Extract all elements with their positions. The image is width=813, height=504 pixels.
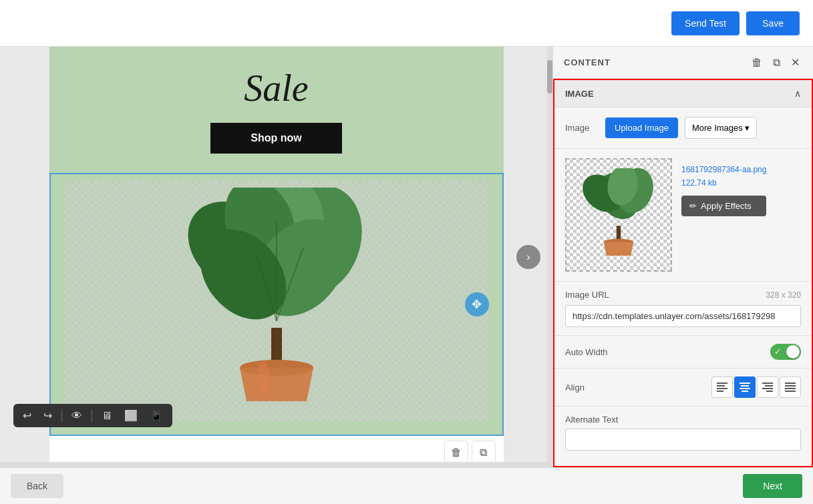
svg-rect-21	[717, 385, 725, 387]
image-section-header: IMAGE ∧	[554, 80, 812, 107]
align-center-button[interactable]	[734, 376, 756, 398]
image-url-row: Image URL 328 x 320	[554, 282, 812, 336]
image-url-label: Image URL	[565, 290, 609, 300]
auto-width-row: Auto Width ✓	[554, 336, 812, 368]
image-filename: 1681792987364-aa.png	[681, 165, 766, 174]
alt-text-row: Alternate Text	[554, 407, 812, 459]
align-left-icon	[717, 383, 727, 392]
save-button[interactable]: Save	[746, 11, 800, 35]
plant-image	[64, 181, 489, 421]
panel-copy-button[interactable]: ⧉	[770, 55, 783, 70]
undo-button[interactable]: ↩	[20, 408, 34, 423]
image-upload-row: Image Upload Image More Images ▾	[554, 107, 812, 149]
toggle-check-icon: ✓	[774, 347, 781, 356]
image-preview-svg	[575, 168, 662, 262]
top-bar: Send Test Save	[0, 0, 813, 47]
mobile-button[interactable]: 📱	[147, 408, 166, 423]
svg-rect-27	[742, 391, 748, 392]
svg-rect-33	[785, 385, 796, 387]
toolbar-separator	[61, 409, 62, 423]
svg-rect-30	[762, 388, 773, 389]
panel-actions: 🗑 ⧉ ✕	[749, 55, 802, 70]
image-block[interactable]: ✥ 🗑 ⧉	[49, 173, 504, 436]
svg-rect-25	[741, 385, 749, 387]
nav-arrow[interactable]: ›	[516, 245, 540, 269]
svg-rect-29	[765, 385, 773, 387]
canvas-scrollbar-h[interactable]	[0, 462, 547, 467]
bottom-bar: Back Next	[0, 467, 813, 504]
desktop-button[interactable]: 🖥	[99, 409, 115, 423]
image-preview-info: 1681792987364-aa.png 122.74 kb ✏ Apply E…	[681, 158, 766, 272]
auto-width-label: Auto Width	[565, 347, 608, 357]
align-right-button[interactable]	[757, 376, 778, 398]
svg-point-9	[240, 360, 313, 376]
align-label: Align	[565, 383, 585, 393]
svg-rect-20	[717, 383, 727, 384]
auto-width-toggle[interactable]: ✓	[770, 344, 801, 360]
canvas-area: Sale Shop now	[0, 47, 552, 467]
image-filesize: 122.74 kb	[681, 178, 766, 188]
move-handle[interactable]: ✥	[465, 292, 489, 316]
toggle-knob	[786, 345, 800, 358]
sale-banner: Sale Shop now	[49, 47, 504, 173]
svg-rect-26	[740, 388, 750, 389]
send-test-button[interactable]: Send Test	[671, 11, 740, 35]
image-url-input[interactable]	[565, 305, 801, 327]
align-justify-icon	[785, 383, 796, 392]
svg-rect-24	[740, 383, 750, 384]
image-block-inner	[64, 181, 489, 421]
svg-point-10	[257, 361, 270, 395]
panel-close-button[interactable]: ✕	[788, 55, 802, 70]
svg-rect-22	[717, 388, 727, 389]
image-section-title: IMAGE	[565, 89, 594, 99]
more-images-button[interactable]: More Images ▾	[685, 117, 757, 139]
right-panel: CONTENT 🗑 ⧉ ✕ IMAGE ∧ Image Upload Image…	[552, 47, 813, 467]
preview-button[interactable]: 👁	[69, 409, 85, 423]
panel-delete-button[interactable]: 🗑	[749, 55, 765, 70]
panel-header: CONTENT 🗑 ⧉ ✕	[553, 47, 813, 79]
image-section-toggle[interactable]: ∧	[794, 88, 801, 99]
plant-svg	[170, 188, 383, 415]
svg-rect-35	[785, 391, 796, 392]
panel-title: CONTENT	[564, 57, 611, 67]
tablet-button[interactable]: ⬜	[122, 408, 140, 423]
back-button[interactable]: Back	[11, 474, 63, 498]
pencil-icon: ✏	[689, 201, 697, 211]
svg-rect-34	[785, 388, 796, 389]
editor-toolbar: ↩ ↪ 👁 🖥 ⬜ 📱	[13, 404, 172, 427]
align-right-icon	[762, 383, 773, 392]
alt-text-label: Alternate Text	[565, 415, 801, 425]
svg-rect-23	[717, 391, 723, 392]
duplicate-block-button[interactable]: ⧉	[472, 441, 496, 465]
apply-effects-label: Apply Effects	[701, 201, 752, 211]
align-buttons	[711, 376, 801, 398]
toolbar-separator2	[92, 409, 92, 423]
upload-image-button[interactable]: Upload Image	[605, 117, 678, 138]
align-row: Align	[554, 368, 812, 407]
image-preview-box	[565, 158, 672, 272]
apply-effects-button[interactable]: ✏ Apply Effects	[681, 196, 766, 216]
image-field-label: Image	[565, 123, 599, 133]
align-center-icon	[740, 383, 750, 392]
shop-now-button[interactable]: Shop now	[210, 123, 341, 154]
image-preview-area: 1681792987364-aa.png 122.74 kb ✏ Apply E…	[554, 149, 812, 282]
image-url-label-row: Image URL 328 x 320	[565, 290, 801, 300]
main-area: Sale Shop now	[0, 47, 813, 467]
next-button[interactable]: Next	[743, 474, 802, 498]
image-dims: 328 x 320	[766, 290, 801, 300]
alt-text-input[interactable]	[565, 429, 801, 451]
delete-block-button[interactable]: 🗑	[444, 441, 468, 465]
svg-rect-32	[785, 383, 796, 384]
align-left-button[interactable]	[711, 376, 733, 398]
svg-rect-28	[762, 383, 773, 384]
align-justify-button[interactable]	[780, 376, 801, 398]
canvas-scrollbar-thumb	[547, 60, 552, 93]
redo-button[interactable]: ↪	[41, 408, 55, 423]
block-toolbar: 🗑 ⧉	[444, 441, 496, 465]
svg-rect-31	[766, 391, 773, 392]
sale-heading: Sale	[49, 60, 504, 116]
image-section: IMAGE ∧ Image Upload Image More Images ▾	[554, 80, 812, 459]
panel-content: IMAGE ∧ Image Upload Image More Images ▾	[553, 79, 813, 467]
canvas-scrollbar[interactable]	[547, 47, 552, 467]
